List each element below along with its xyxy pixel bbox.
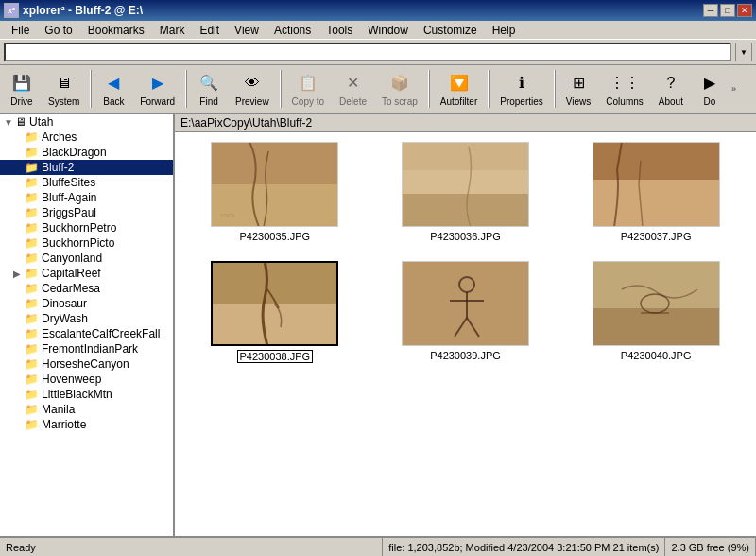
close-button[interactable]: ✕ (737, 4, 752, 17)
copyto-icon: 📋 (297, 72, 319, 95)
thumbnail-item-img4[interactable]: P4230038.JPG (184, 261, 366, 363)
toolbar-separator (488, 70, 490, 108)
status-file-info: file: 1,203,852b; Modified 4/23/2004 3:2… (383, 538, 665, 556)
toolbar-expand-button[interactable]: » (731, 84, 736, 94)
menu-item-help[interactable]: Help (485, 22, 524, 39)
toolbar-btn-views[interactable]: ⊞Views (559, 69, 598, 110)
back-label: Back (103, 96, 124, 107)
menu-item-view[interactable]: View (227, 22, 266, 39)
folder-tree: ▼🖥Utah 📁Arches 📁BlackDragon 📁Bluff-2 📁Bl… (0, 114, 175, 536)
tree-item-label: FremontIndianPark (42, 342, 138, 356)
tree-item-hovenweep[interactable]: 📁Hovenweep (0, 372, 173, 387)
address-dropdown-button[interactable]: ▼ (735, 43, 752, 61)
tree-item-label: BuckhornPetro (42, 221, 116, 235)
toolbar-btn-drive[interactable]: 💾Drive (4, 69, 40, 110)
expand-icon: ▼ (4, 117, 13, 128)
folder-icon: 📁 (25, 312, 39, 325)
maximize-button[interactable]: □ (720, 4, 735, 17)
menu-item-bookmarks[interactable]: Bookmarks (80, 22, 152, 39)
thumbnail-item-img6[interactable]: P4230040.JPG (565, 261, 747, 363)
toolbar-btn-about[interactable]: ?About (652, 69, 690, 110)
menu-item-go-to[interactable]: Go to (37, 22, 79, 39)
toolbar-btn-do[interactable]: ▶Do (692, 69, 728, 110)
tree-item-marriotte[interactable]: 📁Marriotte (0, 417, 173, 432)
tree-item-littleblackmtn[interactable]: 📁LittleBlackMtn (0, 387, 173, 402)
tree-item-bluffesites[interactable]: 📁BluffeSites (0, 175, 173, 190)
preview-label: Preview (235, 96, 269, 107)
tree-item-arches[interactable]: 📁Arches (0, 130, 173, 145)
properties-label: Properties (500, 96, 543, 107)
toolbar-separator (185, 70, 187, 108)
toolbar-separator (554, 70, 556, 108)
tree-item-capitalreef[interactable]: ▶📁CapitalReef (0, 266, 173, 281)
tree-item-fremont[interactable]: 📁FremontIndianPark (0, 341, 173, 356)
folder-icon: 🖥 (15, 115, 26, 129)
tree-item-utah[interactable]: ▼🖥Utah (0, 114, 173, 130)
menu-item-actions[interactable]: Actions (266, 22, 318, 39)
tree-item-horseshe[interactable]: 📁HorsesheCanyon (0, 356, 173, 372)
tree-item-buckhornpetro[interactable]: 📁BuckhornPetro (0, 220, 173, 235)
statusbar: Ready file: 1,203,852b; Modified 4/23/20… (0, 536, 756, 556)
tree-item-dinosaur[interactable]: 📁Dinosaur (0, 296, 173, 311)
app-icon: x² (4, 3, 19, 18)
toolbar-btn-forward[interactable]: ▶Forward (133, 69, 181, 110)
tree-item-label: LittleBlackMtn (42, 388, 112, 401)
status-disk-info: 2.3 GB free (9%) (665, 538, 756, 556)
tree-item-bluff2[interactable]: 📁Bluff-2 (0, 160, 173, 175)
drive-label: Drive (10, 96, 32, 107)
folder-icon: 📁 (25, 176, 39, 189)
toolbar-separator (280, 70, 282, 108)
tree-item-label: Bluff-2 (42, 161, 74, 174)
menu-item-mark[interactable]: Mark (152, 22, 193, 39)
thumbnail-item-img2[interactable]: P4230036.JPG (375, 142, 557, 242)
tree-item-briggspaul[interactable]: 📁BriggsPaul (0, 205, 173, 220)
tree-item-bluff-again[interactable]: 📁Bluff-Again (0, 190, 173, 205)
toscrap-icon: 📦 (388, 72, 411, 95)
menu-item-edit[interactable]: Edit (192, 22, 227, 39)
tree-item-drywash[interactable]: 📁DryWash (0, 311, 173, 326)
tree-item-buckhornpicto[interactable]: 📁BuckhornPicto (0, 235, 173, 251)
menu-item-file[interactable]: File (4, 22, 37, 39)
menu-item-customize[interactable]: Customize (416, 22, 485, 39)
thumbnail-item-img1[interactable]: rock P4230035.JPG (184, 142, 366, 242)
toolbar-btn-properties[interactable]: ℹProperties (493, 69, 550, 110)
folder-icon: 📁 (25, 206, 39, 219)
toolbar-btn-delete: ✕Delete (333, 69, 373, 110)
menu-item-window[interactable]: Window (360, 22, 416, 39)
tree-item-label: Manila (42, 403, 75, 416)
thumbnail-image-img3 (593, 142, 720, 227)
addressbar: E:\aaPixCopy\Utah\Bluff-2 ▼ (0, 40, 756, 65)
address-input[interactable]: E:\aaPixCopy\Utah\Bluff-2 (4, 43, 731, 61)
tree-item-label: CedarMesa (42, 282, 100, 295)
tree-item-escalante[interactable]: 📁EscalanteCalfCreekFall (0, 326, 173, 341)
folder-icon: 📁 (25, 161, 39, 174)
about-label: About (659, 96, 683, 107)
delete-label: Delete (339, 96, 367, 107)
views-label: Views (566, 96, 592, 107)
thumbnail-label-img1: P4230035.JPG (240, 231, 311, 242)
thumbnail-image-img5 (402, 261, 529, 346)
toolbar-btn-system[interactable]: 🖥System (42, 69, 86, 110)
toolbar-separator (428, 70, 430, 108)
titlebar-left: x² xplorer² - Bluff-2 @ E:\ (4, 3, 143, 18)
tree-item-canyonland[interactable]: 📁Canyonland (0, 251, 173, 266)
toolbar-btn-columns[interactable]: ⋮⋮Columns (599, 69, 649, 110)
folder-icon: 📁 (25, 146, 39, 159)
tree-item-label: Canyonland (42, 252, 102, 265)
tree-item-manila[interactable]: 📁Manila (0, 402, 173, 417)
minimize-button[interactable]: ─ (703, 4, 718, 17)
thumbnail-item-img5[interactable]: P4230039.JPG (375, 261, 557, 363)
tree-item-label: BluffeSites (42, 176, 95, 189)
svg-rect-15 (403, 261, 528, 346)
toolbar-btn-find[interactable]: 🔍Find (191, 69, 227, 110)
toolbar-btn-autofilter[interactable]: 🔽Autofilter (434, 69, 484, 110)
tree-item-cedarmesa[interactable]: 📁CedarMesa (0, 281, 173, 296)
toolbar-btn-back[interactable]: ◀Back (95, 69, 131, 110)
toolbar-btn-preview[interactable]: 👁Preview (229, 69, 276, 110)
titlebar: x² xplorer² - Bluff-2 @ E:\ ─ □ ✕ (0, 0, 756, 21)
folder-icon: 📁 (25, 282, 39, 295)
titlebar-controls[interactable]: ─ □ ✕ (703, 4, 752, 17)
menu-item-tools[interactable]: Tools (318, 22, 360, 39)
thumbnail-item-img3[interactable]: P4230037.JPG (565, 142, 747, 242)
tree-item-blackdragon[interactable]: 📁BlackDragon (0, 145, 173, 160)
